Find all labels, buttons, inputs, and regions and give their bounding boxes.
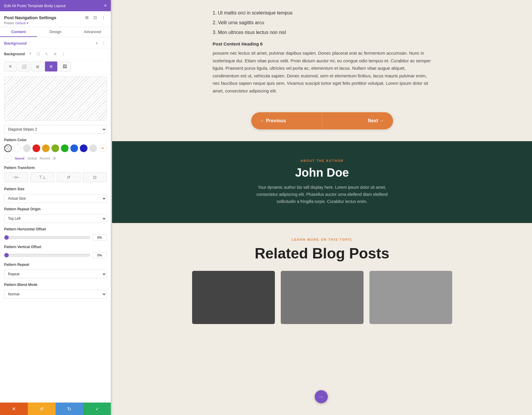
- panel-icon-more[interactable]: ⋮: [100, 14, 107, 21]
- next-button[interactable]: Next →: [322, 112, 393, 129]
- color-swatch-white[interactable]: [14, 144, 21, 152]
- preset-label-text: Preset:: [4, 21, 15, 25]
- color-swatch-light-gray[interactable]: [23, 144, 31, 152]
- background-label: Background: [4, 52, 25, 56]
- author-name: John Doe: [136, 166, 508, 179]
- transform-scale[interactable]: ⊡: [83, 172, 107, 182]
- bottom-bar: ✕ ↺ ↻ ✓: [0, 402, 111, 415]
- section-more-button[interactable]: ⋮: [101, 40, 107, 46]
- pattern-v-offset-slider[interactable]: [4, 253, 90, 258]
- color-more-button[interactable]: ···: [4, 154, 12, 162]
- pattern-repeat-label: Pattern Repeat: [0, 260, 111, 268]
- color-tab-saved[interactable]: Saved: [15, 157, 24, 160]
- color-swatch-blue[interactable]: [70, 144, 78, 152]
- color-tab-group: Saved Global Recent ⚙: [15, 157, 56, 160]
- nav-buttons: ← Previous Next →: [251, 112, 393, 129]
- right-content: 1. Ut mattis orci in scelerisque tempus …: [112, 0, 532, 415]
- pattern-select-row: Diagonal Stripes 2 Diagonal Stripes 1 Di…: [0, 123, 111, 136]
- bg-type-buttons: ✕ ⬜ ▨ ⊞ 🖼: [0, 60, 111, 74]
- related-title: Related Blog Posts: [136, 245, 508, 262]
- bg-type-none[interactable]: ✕: [4, 61, 17, 71]
- post-heading: Post Content Heading 6: [213, 41, 432, 46]
- pattern-blend-select[interactable]: Normal Multiply Screen Overlay: [4, 290, 107, 299]
- bg-type-pattern[interactable]: ⊞: [45, 61, 57, 71]
- panel-icon-columns[interactable]: ⊡: [92, 14, 98, 21]
- bg-device-icon[interactable]: ☐: [35, 51, 41, 57]
- color-more-row: ··· Saved Global Recent ⚙: [0, 154, 111, 163]
- color-swatch-lime[interactable]: [51, 144, 59, 152]
- reset-button[interactable]: ↺: [28, 403, 56, 415]
- bg-type-image[interactable]: 🖼: [59, 61, 71, 71]
- transform-buttons-row: ⊣⊢ ⊤⊥ ↺ ⊡: [0, 171, 111, 185]
- pattern-repeat-origin-row: Top Left Top Center Top Right Center: [0, 212, 111, 225]
- left-panel: Edit All Posts Template Body Layout × Po…: [0, 0, 111, 415]
- panel-header: Post Navigation Settings ⊞ ⊡ ⋮ Preset: D…: [0, 11, 111, 27]
- color-tab-recent[interactable]: Recent: [40, 157, 50, 160]
- color-swatch-green[interactable]: [61, 144, 69, 152]
- color-swatches-row: ✏: [0, 143, 111, 154]
- post-list: 1. Ut mattis orci in scelerisque tempus …: [213, 9, 432, 37]
- pattern-size-label: Pattern Size: [0, 185, 111, 192]
- pattern-v-offset-label: Pattern Vertical Offset: [0, 243, 111, 250]
- nav-section: ← Previous Next →: [112, 106, 532, 141]
- transform-rotate[interactable]: ↺: [57, 172, 81, 182]
- preset-link[interactable]: Default: [15, 21, 26, 25]
- pattern-repeat-origin-select[interactable]: Top Left Top Center Top Right Center: [4, 214, 107, 223]
- reset-icon: ↺: [40, 406, 43, 412]
- panel-title-row: Post Navigation Settings ⊞ ⊡ ⋮: [4, 14, 107, 21]
- color-swatch-gray2[interactable]: [89, 144, 97, 152]
- bg-cursor-icon[interactable]: ↖: [44, 51, 50, 57]
- color-swatch-red[interactable]: [33, 144, 40, 152]
- pattern-select[interactable]: Diagonal Stripes 2 Diagonal Stripes 1 Di…: [4, 125, 107, 134]
- pattern-repeat-row: Repeat Repeat X Repeat Y No Repeat: [0, 268, 111, 280]
- pattern-size-select[interactable]: Actual Size Cover Contain Custom: [4, 194, 107, 203]
- color-tab-global[interactable]: Global: [27, 157, 37, 160]
- panel-preset: Preset: Default ▾: [4, 21, 107, 25]
- cancel-button[interactable]: ✕: [0, 403, 28, 415]
- pattern-v-offset-row: [0, 250, 111, 260]
- bg-help-icon[interactable]: ?: [27, 51, 33, 57]
- panel-tabs: Content Design Advanced: [0, 27, 111, 37]
- author-section: ABOUT THE AUTHOR John Doe Your dynamic a…: [112, 141, 532, 223]
- pattern-v-offset-input[interactable]: [93, 252, 107, 258]
- transform-flip-h[interactable]: ⊣⊢: [4, 172, 28, 182]
- bg-reset-icon[interactable]: ↺: [52, 51, 58, 57]
- color-swatch-checkerboard[interactable]: [4, 144, 12, 152]
- next-label: Next →: [368, 118, 384, 123]
- transform-flip-v[interactable]: ⊤⊥: [30, 172, 54, 182]
- pattern-h-offset-row: [0, 232, 111, 243]
- post-body-text: posuere nec lectus sit amet, pulvinar da…: [213, 49, 432, 95]
- related-section: LEARN MORE ON THIS TOPIC Related Blog Po…: [112, 223, 532, 333]
- background-row: Background ? ☐ ↖ ↺ ⋮: [0, 49, 111, 60]
- pattern-repeat-select[interactable]: Repeat Repeat X Repeat Y No Repeat: [4, 270, 107, 279]
- tab-content[interactable]: Content: [0, 27, 37, 37]
- floating-action-button[interactable]: ···: [315, 390, 328, 403]
- pattern-size-row: Actual Size Cover Contain Custom: [0, 192, 111, 205]
- pattern-h-offset-input[interactable]: [93, 234, 107, 241]
- tab-design[interactable]: Design: [37, 27, 74, 37]
- color-settings-icon[interactable]: ⚙: [53, 157, 56, 160]
- pattern-h-offset-slider[interactable]: [4, 235, 90, 240]
- color-swatch-orange[interactable]: [42, 144, 50, 152]
- tab-advanced[interactable]: Advanced: [74, 27, 111, 37]
- section-header-icons: ∧ ⋮: [94, 40, 107, 46]
- bg-more-icon[interactable]: ⋮: [60, 51, 66, 57]
- prev-button[interactable]: ← Previous: [251, 112, 322, 129]
- save-button[interactable]: ✓: [83, 403, 111, 415]
- color-swatch-dark-blue[interactable]: [80, 144, 87, 152]
- bg-type-gradient-linear[interactable]: ▨: [31, 61, 44, 71]
- preset-arrow: ▾: [27, 21, 28, 25]
- close-button[interactable]: ×: [104, 3, 107, 8]
- refresh-button[interactable]: ↻: [56, 403, 83, 415]
- section-collapse-button[interactable]: ∧: [94, 40, 100, 46]
- save-icon: ✓: [95, 406, 99, 412]
- panel-icon-expand[interactable]: ⊞: [84, 14, 90, 21]
- pattern-preview: [4, 77, 107, 121]
- pattern-blend-label: Pattern Blend Mode: [0, 280, 111, 288]
- related-card-2: [281, 271, 364, 324]
- floating-btn-icon: ···: [319, 394, 323, 400]
- author-bio: Your dynamic author bio will display her…: [248, 184, 396, 205]
- color-edit-button[interactable]: ✏: [99, 144, 107, 152]
- bg-type-color[interactable]: ⬜: [18, 61, 30, 71]
- related-cards: [136, 271, 508, 324]
